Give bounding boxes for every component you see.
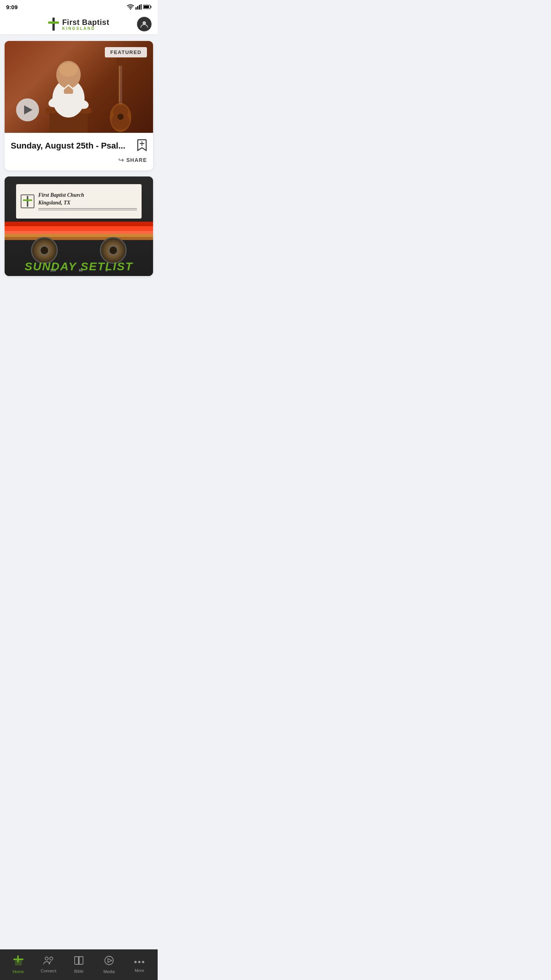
setlist-label: SUNDAY SETLIST — [5, 260, 153, 273]
cassette-image: First Baptist Church Kingsland, TX — [5, 176, 153, 276]
play-icon — [24, 105, 33, 114]
header: First Baptist KINGSLAND — [0, 14, 158, 35]
svg-rect-8 — [48, 21, 59, 24]
play-button[interactable] — [16, 98, 39, 121]
svg-rect-0 — [135, 7, 137, 10]
cross-icon — [23, 196, 32, 207]
svg-rect-6 — [144, 6, 149, 8]
bookmark-icon — [137, 139, 147, 151]
share-button[interactable]: ↪ SHARE — [11, 156, 147, 164]
status-bar: 9:09 — [0, 0, 158, 14]
share-arrow-icon: ↪ — [118, 156, 124, 164]
app-logo: First Baptist KINGSLAND — [48, 18, 109, 31]
logo-first-baptist: First Baptist — [62, 18, 109, 26]
status-time: 9:09 — [6, 4, 18, 10]
cassette-cross-icon — [21, 194, 34, 208]
svg-point-26 — [117, 114, 124, 120]
right-reel-inner — [109, 246, 118, 255]
cassette-card[interactable]: First Baptist Church Kingsland, TX — [5, 176, 153, 276]
cassette-lines — [38, 208, 137, 210]
featured-badge: FEATURED — [105, 47, 147, 57]
svg-rect-19 — [117, 56, 124, 66]
logo-cross-icon — [48, 18, 59, 31]
card-title-row: Sunday, August 25th - Psal... — [11, 139, 147, 153]
cassette-church-text: First Baptist Church Kingsland, TX — [38, 191, 137, 211]
main-content: FEATURED Sunday, August 25th - Psal... ↪… — [0, 35, 158, 314]
svg-rect-7 — [52, 18, 55, 31]
cassette-label: First Baptist Church Kingsland, TX — [16, 184, 142, 219]
profile-button[interactable] — [137, 17, 152, 31]
battery-icon — [143, 5, 152, 9]
svg-rect-1 — [137, 6, 139, 10]
wifi-icon — [127, 4, 134, 10]
guitar-figure — [107, 56, 134, 133]
video-thumbnail[interactable]: FEATURED — [5, 41, 153, 133]
svg-rect-3 — [141, 4, 142, 10]
featured-card-title: Sunday, August 25th - Psal... — [11, 141, 133, 151]
status-icons — [127, 4, 152, 10]
profile-icon — [140, 20, 148, 28]
featured-card-body: Sunday, August 25th - Psal... ↪ SHARE — [5, 133, 153, 170]
church-name: First Baptist Church Kingsland, TX — [38, 191, 137, 206]
signal-icon — [135, 4, 142, 10]
logo-kingsland: KINGSLAND — [62, 26, 109, 31]
featured-video-card[interactable]: FEATURED Sunday, August 25th - Psal... ↪… — [5, 41, 153, 170]
svg-rect-29 — [27, 196, 28, 207]
svg-rect-2 — [139, 5, 140, 10]
bookmark-button[interactable] — [137, 139, 147, 153]
svg-point-16 — [59, 63, 78, 77]
svg-rect-30 — [23, 199, 32, 201]
logo-text: First Baptist KINGSLAND — [62, 18, 109, 31]
left-reel-inner — [40, 246, 49, 255]
svg-rect-5 — [151, 6, 152, 8]
preacher-figure — [34, 49, 103, 133]
cassette-body: First Baptist Church Kingsland, TX — [5, 176, 153, 276]
share-label: SHARE — [126, 157, 147, 163]
